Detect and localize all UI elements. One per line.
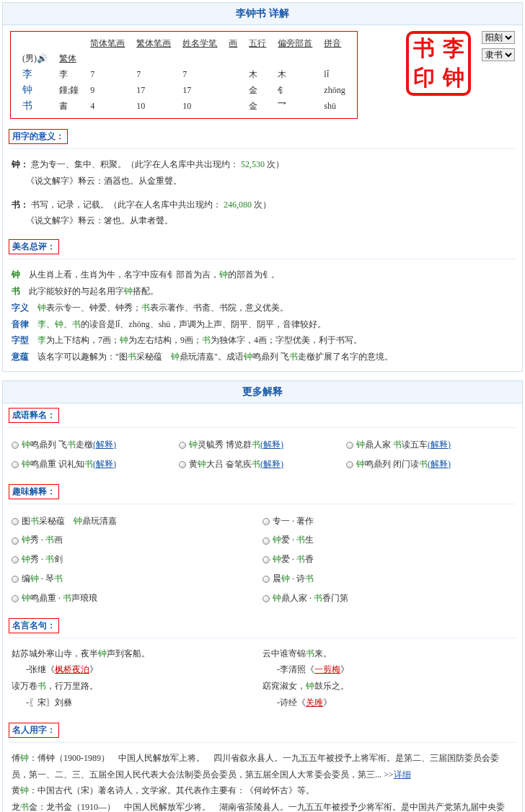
section-idiom: 成语释名： (9, 408, 59, 423)
zhong-count: 52,530 (241, 159, 265, 169)
panel-title-more: 更多解释 (3, 381, 522, 403)
explain-link[interactable]: (解释) (428, 459, 451, 469)
hdr-hua: 画 (223, 36, 243, 51)
bullet-icon (12, 518, 19, 525)
list-item: 钟爱 · 书香 (262, 550, 513, 569)
fun-body: 图书采秘蕴 钟鼎玩清嘉钟秀 · 书画钟秀 · 书剑编钟 · 琴书钟鸣鼎重 · 书… (3, 509, 522, 614)
poem-link[interactable]: 枫桥夜泊 (55, 664, 89, 674)
bullet-icon (12, 537, 19, 545)
bullet-icon (179, 442, 186, 449)
list-item: 钟秀 · 书剑 (12, 550, 262, 569)
carve-select[interactable]: 阳刻 (482, 31, 515, 44)
bullet-icon (262, 576, 270, 583)
bullet-icon (262, 518, 270, 525)
shu-count: 246,080 (224, 200, 252, 210)
seal-tl: 书 (409, 34, 438, 63)
detail-panel: 李钟书 详解 简体笔画 繁体笔画 姓名学笔 画 五行 偏旁部首 拼音 (男)🔊 … (2, 2, 523, 372)
overview-body: 钟 从生肖上看，生肖为牛，名字中应有钅部首为吉，钟的部首为钅。 书 此字能较好的… (3, 264, 522, 371)
bullet-icon (12, 556, 19, 563)
hdr-wx: 五行 (243, 36, 272, 51)
bullet-icon (262, 537, 270, 545)
hdr-xb: 姓名学笔 (177, 36, 223, 51)
gender-label: (男) (22, 53, 37, 63)
char-row: 书 書 4 10 10 金 乛 shū (17, 98, 351, 114)
section-quotes: 名言名句： (9, 618, 59, 633)
bullet-icon (12, 461, 19, 468)
hdr-py: 拼音 (318, 36, 350, 51)
detail-link[interactable]: 详细 (394, 769, 411, 780)
char-shu[interactable]: 书 (17, 98, 53, 114)
section-famous: 名人用字： (9, 723, 59, 738)
list-item: 编钟 · 琴书 (12, 569, 262, 589)
shu-label: 书： (12, 200, 29, 210)
quote-body: 姑苏城外寒山寺，夜半钟声到客船。 -张继《枫桥夜泊》 读万卷书，行万里路。 -〖… (3, 643, 522, 718)
top-row: 简体笔画 繁体笔画 姓名学笔 画 五行 偏旁部首 拼音 (男)🔊 繁体 李 李 … (3, 25, 522, 125)
section-overview: 美名总评： (9, 239, 59, 254)
char-row: 李 李 7 7 7 木 木 lǐ (17, 66, 351, 82)
font-select[interactable]: 隶书 (482, 48, 515, 61)
poem-link[interactable]: 关雎 (306, 697, 323, 708)
char-row: 钟 鍾;鐘 9 17 17 金 钅 zhōng (17, 82, 351, 98)
bullet-icon (346, 442, 353, 449)
bullet-icon (346, 461, 353, 468)
explain-link[interactable]: (解释) (260, 440, 283, 450)
list-item: 晨钟 · 诗书 (262, 569, 513, 589)
list-item: 钟鼎人家 · 书香门第 (262, 589, 513, 608)
famous-body: 傅钟：傅钟（1900-1989） 中国人民解放军上将。 四川省叙永县人。一九五五… (3, 747, 522, 812)
bullet-icon (179, 461, 186, 468)
explain-link[interactable]: (解释) (93, 459, 116, 469)
char-li[interactable]: 李 (17, 66, 53, 82)
explain-link[interactable]: (解释) (260, 459, 283, 469)
explain-link[interactable]: (解释) (428, 440, 451, 450)
zhong-label: 钟： (12, 159, 29, 169)
section-fun: 趣味解释： (9, 484, 59, 499)
bullet-icon (12, 595, 19, 602)
seal-stamp: 书 李 印 钟 (406, 31, 471, 96)
list-item: 钟爱 · 书生 (262, 530, 513, 550)
bullet-icon (12, 576, 19, 583)
sound-icon[interactable]: 🔊 (37, 53, 48, 63)
char-table-box: 简体笔画 繁体笔画 姓名学笔 画 五行 偏旁部首 拼音 (男)🔊 繁体 李 李 … (10, 31, 358, 119)
more-panel: 更多解释 成语释名： 钟鸣鼎列 飞书走檄(解释) 钟灵毓秀 博览群书(解释) 钟… (2, 380, 523, 812)
char-zhong[interactable]: 钟 (17, 82, 53, 98)
explain-link[interactable]: (解释) (93, 440, 116, 450)
bullet-icon (12, 442, 19, 449)
seal-bl: 印 (409, 63, 438, 93)
list-item: 专一 · 著作 (262, 512, 513, 531)
list-item: 钟秀 · 书画 (12, 530, 262, 550)
hdr-jb: 简体笔画 (84, 36, 131, 51)
list-item: 钟鸣鼎重 · 书声琅琅 (12, 589, 262, 608)
section-use-meaning: 用字的意义： (9, 129, 68, 144)
hdr-fan: 繁体 (53, 51, 84, 66)
style-selects: 阳刻 隶书 (482, 31, 515, 61)
meaning-body: 钟： 意为专一、集中、积聚。（此字在人名库中共出现约： 52,530 次） 《说… (3, 153, 522, 235)
bullet-icon (262, 556, 270, 563)
seal-br: 钟 (438, 63, 468, 93)
hdr-bs: 偏旁部首 (272, 36, 318, 51)
panel-title-detail: 李钟书 详解 (3, 3, 522, 25)
list-item: 图书采秘蕴 钟鼎玩清嘉 (12, 512, 262, 531)
seal-tr: 李 (438, 34, 468, 63)
bullet-icon (262, 595, 270, 602)
hdr-fb: 繁体笔画 (131, 36, 177, 51)
char-table: 简体笔画 繁体笔画 姓名学笔 画 五行 偏旁部首 拼音 (男)🔊 繁体 李 李 … (17, 36, 351, 114)
poem-link[interactable]: 一剪梅 (314, 664, 340, 674)
idiom-body: 钟鸣鼎列 飞书走檄(解释) 钟灵毓秀 博览群书(解释) 钟鼎人家 书读五车(解释… (3, 432, 522, 480)
